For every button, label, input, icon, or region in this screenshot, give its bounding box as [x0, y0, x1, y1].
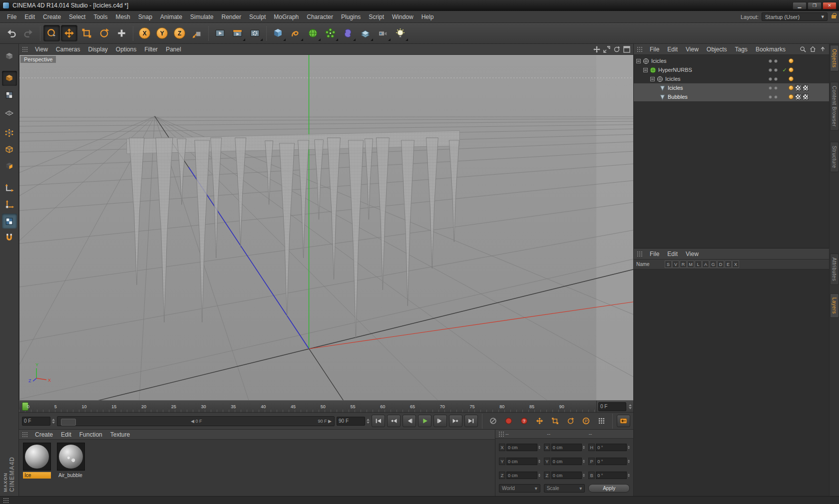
layer-column-header[interactable]: A: [702, 260, 709, 268]
menu-item[interactable]: Mesh: [111, 12, 134, 22]
material-menu-item[interactable]: Create: [31, 430, 57, 440]
menu-item[interactable]: Tools: [89, 12, 111, 22]
menu-item[interactable]: Sculpt: [245, 12, 270, 22]
menu-item[interactable]: Create: [39, 12, 65, 22]
add-deformer-button[interactable]: [340, 25, 356, 41]
enable-axis-button[interactable]: [2, 197, 17, 212]
power-slider-thumb[interactable]: [61, 419, 76, 426]
material-name[interactable]: Air_bubble: [57, 472, 85, 479]
edges-mode-button[interactable]: [2, 142, 17, 157]
material-thumbnail[interactable]: [57, 443, 85, 471]
pan-view-icon[interactable]: [593, 46, 600, 53]
tab-content-browser[interactable]: Content Browser: [830, 82, 839, 131]
stepper[interactable]: [538, 474, 540, 477]
range-start-field[interactable]: 0 F: [22, 417, 50, 426]
close-button[interactable]: ✕: [823, 2, 837, 9]
pos-x-field[interactable]: 0 cm: [506, 444, 537, 451]
autokey-button[interactable]: [502, 415, 515, 427]
axis-mode-button[interactable]: [2, 181, 17, 196]
collapse-icon[interactable]: [636, 59, 641, 63]
layout-select[interactable]: Startup (User) ▾: [762, 12, 828, 21]
object-manager-menu-item[interactable]: View: [682, 44, 703, 54]
material-thumbnail[interactable]: [23, 443, 51, 471]
current-frame-field[interactable]: 0 F: [598, 402, 626, 411]
add-cube-button[interactable]: [270, 25, 286, 41]
material-tag-icon[interactable]: [789, 67, 794, 72]
tab-objects[interactable]: Objects: [830, 45, 839, 71]
add-generator-button[interactable]: [305, 25, 321, 41]
render-view-button[interactable]: [212, 25, 228, 41]
editor-visibility-dot[interactable]: [769, 68, 772, 72]
layer-manager-menu-item[interactable]: View: [682, 249, 703, 259]
stepper[interactable]: [628, 474, 630, 477]
stepper[interactable]: [538, 460, 540, 463]
menu-item[interactable]: Script: [365, 12, 388, 22]
next-frame-button[interactable]: [433, 415, 447, 427]
render-visibility-dot[interactable]: [774, 95, 778, 99]
lock-x-axis-button[interactable]: X: [136, 25, 153, 41]
power-slider[interactable]: ◀ 0 F 90 F ▶: [57, 416, 335, 426]
menu-item[interactable]: Window: [388, 12, 418, 22]
size-x-field[interactable]: 0 cm: [551, 444, 582, 451]
panel-grip-icon[interactable]: [22, 46, 27, 52]
snap-button[interactable]: [2, 230, 17, 245]
material-menu-item[interactable]: Function: [75, 430, 106, 440]
panel-grip-icon[interactable]: [22, 432, 27, 437]
editor-visibility-dot[interactable]: [769, 86, 772, 90]
frame-stepper[interactable]: [629, 404, 632, 409]
layer-column-header[interactable]: X: [732, 260, 739, 268]
layer-manager-menu-item[interactable]: File: [646, 249, 663, 259]
tab-attributes[interactable]: Attributes: [830, 253, 839, 285]
rot-b-field[interactable]: 0 °: [596, 472, 627, 479]
key-parameter-toggle[interactable]: P: [579, 415, 593, 427]
layer-column-header[interactable]: G: [710, 260, 717, 268]
coordinate-system-button[interactable]: [189, 25, 205, 41]
keyframe-selection-button[interactable]: ?: [517, 415, 531, 427]
phong-tag-icon[interactable]: [789, 94, 794, 99]
add-spline-button[interactable]: [287, 25, 304, 41]
search-icon[interactable]: [800, 46, 806, 52]
polygons-mode-button[interactable]: [2, 159, 17, 174]
object-row-hypernurbs[interactable]: HyperNURBS ✓: [634, 65, 829, 74]
material-tag-icon[interactable]: [789, 76, 794, 81]
points-mode-button[interactable]: [2, 126, 17, 141]
apply-button[interactable]: Apply: [588, 484, 630, 493]
material-item[interactable]: Air_bubble: [57, 443, 86, 479]
object-row-icicles-mesh[interactable]: Icicles: [634, 83, 829, 92]
layer-column-header[interactable]: V: [672, 260, 679, 268]
rot-p-field[interactable]: 0 °: [596, 458, 627, 465]
lock-icon[interactable]: [832, 15, 836, 18]
object-label[interactable]: Icicles: [668, 85, 683, 91]
object-manager-menu-item[interactable]: File: [646, 44, 663, 54]
object-label[interactable]: HyperNURBS: [658, 67, 692, 73]
lock-y-axis-button[interactable]: Y: [154, 25, 170, 41]
viewport-menu-item[interactable]: View: [31, 44, 52, 54]
menu-item[interactable]: Snap: [134, 12, 156, 22]
render-visibility-dot[interactable]: [774, 77, 778, 81]
pos-y-field[interactable]: 0 cm: [506, 458, 537, 465]
range-start-stepper[interactable]: [52, 419, 55, 424]
object-label[interactable]: Icicles: [651, 58, 667, 64]
material-name[interactable]: Ice: [23, 472, 51, 479]
restore-button[interactable]: ❐: [808, 2, 822, 9]
enabled-check-icon[interactable]: ✓: [781, 67, 789, 73]
camera-label[interactable]: Perspective: [20, 56, 56, 63]
previous-key-button[interactable]: [387, 415, 401, 427]
collapse-icon[interactable]: [643, 68, 648, 72]
previous-frame-button[interactable]: [403, 415, 416, 427]
powerslider-options-button[interactable]: [617, 415, 630, 427]
timeline-track[interactable]: 051015202530354045505560657075808590: [19, 401, 596, 412]
size-z-field[interactable]: 0 cm: [551, 472, 582, 479]
menu-item[interactable]: Help: [418, 12, 438, 22]
key-scale-toggle[interactable]: [548, 415, 562, 427]
undo-button[interactable]: [3, 25, 19, 41]
layer-column-header[interactable]: D: [717, 260, 724, 268]
render-visibility-dot[interactable]: [774, 68, 778, 72]
stepper[interactable]: [583, 460, 585, 463]
layer-column-header[interactable]: M: [687, 260, 694, 268]
move-tool-button[interactable]: [61, 25, 77, 41]
texture-axis-mode-button[interactable]: [2, 214, 17, 229]
object-row-icicles-root[interactable]: Icicles: [634, 56, 829, 65]
texture-mode-button[interactable]: [2, 87, 17, 102]
add-camera-button[interactable]: [375, 25, 391, 41]
